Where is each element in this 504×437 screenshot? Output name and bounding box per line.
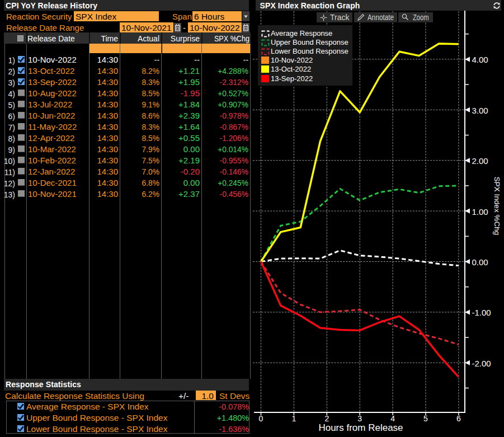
svg-text:0.00: 0.00 xyxy=(472,257,488,267)
svg-text:SPX Index %Chg: SPX Index %Chg xyxy=(493,177,501,235)
svg-text:0: 0 xyxy=(259,414,263,423)
svg-text:6: 6 xyxy=(456,414,461,423)
svg-text:2: 2 xyxy=(324,414,329,423)
svg-text:5: 5 xyxy=(423,414,428,423)
svg-text:-2.00: -2.00 xyxy=(472,359,491,368)
svg-text:Hours from Release: Hours from Release xyxy=(318,422,403,433)
svg-text:3: 3 xyxy=(357,414,362,423)
svg-text:1: 1 xyxy=(292,414,296,423)
svg-text:4.00: 4.00 xyxy=(472,55,488,64)
svg-text:4: 4 xyxy=(390,414,395,423)
svg-text:3.00: 3.00 xyxy=(472,106,488,115)
svg-text:-1.00: -1.00 xyxy=(472,308,491,317)
svg-text:1.00: 1.00 xyxy=(472,207,488,217)
svg-text:2.00: 2.00 xyxy=(472,156,488,166)
